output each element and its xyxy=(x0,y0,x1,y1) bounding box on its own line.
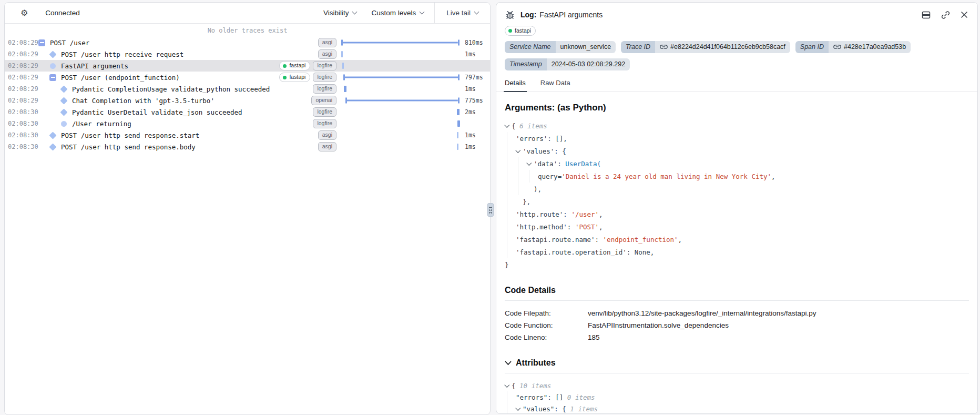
tag-value[interactable]: #e8224d24d41f064b112c6eb9cb58cacf xyxy=(655,41,790,53)
scope-badge: logfire xyxy=(313,107,336,117)
code-segment: : xyxy=(557,160,565,168)
trace-row[interactable]: 02:08:29FastAPI argumentsfastapilogfire xyxy=(5,60,490,72)
copy-link-icon[interactable] xyxy=(941,11,950,19)
bug-icon xyxy=(505,9,515,20)
settings-gear-icon[interactable]: ⚙ xyxy=(21,9,28,17)
code-segment: 'POST' xyxy=(575,223,599,231)
code-detail-row: Code Lineno:185 xyxy=(505,331,969,343)
duration-bar xyxy=(457,132,458,138)
span-diamond-icon xyxy=(60,108,67,116)
duration-bar xyxy=(345,98,460,104)
tag-value-text: #428e17a0ea9ad53b xyxy=(844,43,906,51)
indent-guide xyxy=(505,157,516,170)
code-segment: query= xyxy=(538,173,562,180)
close-icon[interactable] xyxy=(961,11,968,18)
duration-bar xyxy=(343,75,460,80)
trace-row[interactable]: 02:08:29POST /user (endpoint_function)fa… xyxy=(5,72,490,83)
code-segment: : xyxy=(567,223,575,231)
trace-row-list: 02:08:29POST /userasgi810ms02:08:29POST … xyxy=(5,37,490,153)
tab-details[interactable]: Details xyxy=(505,79,526,92)
scope-badge: logfire xyxy=(313,61,336,70)
span-diamond-icon xyxy=(49,131,56,139)
duration-bar xyxy=(457,144,458,150)
code-segment: 'fastapi.route.operation_id' xyxy=(516,248,627,256)
trace-panel: ⚙ Connected Visibility Custom levels Liv… xyxy=(4,2,491,415)
code-segment: : [], xyxy=(547,135,567,143)
scope-badge: asgi xyxy=(318,142,336,151)
service-pill-label: fastapi xyxy=(515,27,531,34)
expand-caret-icon[interactable] xyxy=(505,119,512,132)
attributes-heading-label: Attributes xyxy=(516,358,556,368)
trace-row[interactable]: 02:08:29POST /user http receive requesta… xyxy=(5,48,490,60)
code-segment: ), xyxy=(534,185,542,193)
scope-badge: openai xyxy=(311,96,336,105)
trace-row[interactable]: 02:08:29Pydantic CompletionUsage validat… xyxy=(5,83,490,95)
trace-timestamp: 02:08:30 xyxy=(8,143,38,150)
expand-caret-icon[interactable] xyxy=(516,145,523,157)
tag-value[interactable]: #428e17a0ea9ad53b xyxy=(829,41,911,53)
collapse-toggle-icon[interactable] xyxy=(49,74,56,81)
service-dot-icon xyxy=(283,64,287,68)
trace-row-badges: asgi xyxy=(318,142,341,151)
metadata-tag: Trace ID#e8224d24d41f064b112c6eb9cb58cac… xyxy=(621,41,790,53)
trace-row[interactable]: 02:08:29Chat Completion with 'gpt-3.5-tu… xyxy=(5,95,490,106)
code-segment: 'fastapi.route.name' xyxy=(516,236,595,244)
code-line: { 6 items xyxy=(505,119,969,132)
code-line: query='Daniel is a 24 year old man livin… xyxy=(505,170,969,183)
custom-levels-dropdown[interactable]: Custom levels xyxy=(371,9,424,17)
duration-bar-zone xyxy=(341,60,461,72)
trace-timestamp: 02:08:29 xyxy=(8,39,38,46)
scope-badge: asgi xyxy=(318,49,336,59)
indent-guide xyxy=(516,157,527,170)
split-panel-icon[interactable] xyxy=(922,11,931,19)
code-details-heading: Code Details xyxy=(505,286,969,301)
trace-row-label: /User returning xyxy=(72,120,131,128)
metadata-tag: Span ID#428e17a0ea9ad53b xyxy=(795,41,911,53)
code-line: 'errors': [], xyxy=(505,132,969,145)
trace-row[interactable]: 02:08:30POST /user http send response.bo… xyxy=(5,141,490,153)
code-detail-label: Code Filepath: xyxy=(505,307,588,319)
attributes-heading[interactable]: Attributes xyxy=(505,358,969,373)
live-tail-dropdown[interactable]: Live tail xyxy=(435,3,490,23)
code-segment: , xyxy=(599,210,603,218)
code-line: "errors": [] 0 items xyxy=(505,391,969,403)
metadata-tag: Service Nameunknown_service xyxy=(505,41,616,53)
trace-row[interactable]: 02:08:30Pydantic UserDetail validate_jso… xyxy=(5,106,490,118)
duration-bar-zone xyxy=(341,106,461,118)
code-segment: } xyxy=(505,261,509,269)
trace-row[interactable]: 02:08:29POST /userasgi810ms xyxy=(5,37,490,48)
duration-bar-zone xyxy=(341,83,461,95)
trace-row-label: POST /user http receive request xyxy=(61,50,183,58)
span-diamond-icon xyxy=(49,50,56,58)
trace-row-badges: asgi xyxy=(318,38,341,47)
trace-row-badges: asgi xyxy=(318,130,341,140)
duration-bar xyxy=(457,120,460,127)
indent-guide xyxy=(505,183,516,195)
chevron-down-icon xyxy=(474,9,479,15)
duration-bar-zone xyxy=(341,72,461,83)
code-line: 'data': UserData( xyxy=(505,157,969,170)
trace-timestamp: 02:08:30 xyxy=(8,131,38,139)
trace-row[interactable]: 02:08:30/User returninglogfire xyxy=(5,118,490,129)
visibility-dropdown[interactable]: Visibility xyxy=(323,9,357,17)
code-segment: 0 items xyxy=(567,393,595,401)
code-segment: 1 items xyxy=(570,405,598,413)
no-older-traces-notice: No older traces exist xyxy=(5,24,490,37)
collapse-chevron-icon xyxy=(505,361,512,366)
span-metadata-tags: Service Nameunknown_serviceTrace ID#e822… xyxy=(496,37,977,71)
expand-caret-icon[interactable] xyxy=(527,157,534,170)
service-pill: fastapi xyxy=(505,26,536,35)
code-segment: "values" xyxy=(523,405,554,413)
service-pill-label: fastapi xyxy=(289,74,305,80)
trace-timestamp: 02:08:29 xyxy=(8,50,38,58)
duration-label: 2ms xyxy=(461,108,490,116)
expand-caret-icon[interactable] xyxy=(505,380,512,391)
trace-row-badges: logfire xyxy=(313,119,341,128)
collapse-toggle-icon[interactable] xyxy=(38,39,45,46)
tab-raw-data[interactable]: Raw Data xyxy=(540,79,570,92)
trace-timestamp: 02:08:29 xyxy=(8,74,38,81)
expand-caret-icon[interactable] xyxy=(516,403,523,414)
panel-resize-handle[interactable] xyxy=(487,203,494,217)
trace-row[interactable]: 02:08:30POST /user http send response.st… xyxy=(5,129,490,141)
code-detail-value: venv/lib/python3.12/site-packages/logfir… xyxy=(588,307,816,319)
